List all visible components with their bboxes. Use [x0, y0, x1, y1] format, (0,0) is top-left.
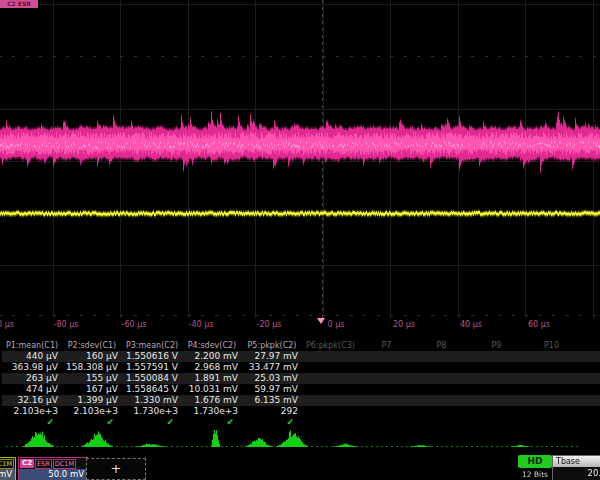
measure-cell	[359, 395, 414, 406]
c2-volts-per-div: 50.0 mV	[19, 469, 87, 480]
measure-cell	[302, 406, 359, 417]
measure-cell: 155 µV	[62, 373, 122, 384]
param-header[interactable]: P2:sdev(C1)	[62, 340, 122, 351]
param-status-check-icon	[469, 417, 524, 428]
measure-cell	[302, 395, 359, 406]
measure-cell	[302, 384, 359, 395]
active-trace-tab[interactable]: C2 ESR	[0, 0, 38, 8]
measure-cell: 1.557591 V	[122, 362, 182, 373]
measure-cell	[524, 395, 579, 406]
param-status-check-icon: ✔	[242, 417, 302, 428]
timebase-value: 20.0 µs	[553, 467, 600, 480]
param-header[interactable]: P10	[524, 340, 579, 351]
param-status-check-icon	[302, 417, 359, 428]
measure-cell: 1.550084 V	[122, 373, 182, 384]
measure-cell: 167 µV	[62, 384, 122, 395]
time-axis-tick: -40 µs	[189, 320, 214, 329]
measure-cell	[469, 395, 524, 406]
channel-c1-descriptor[interactable]: DC1M 20.0 mV	[0, 457, 16, 480]
measure-cell	[524, 384, 579, 395]
add-trace-button[interactable]: +	[86, 458, 146, 480]
measure-cell: 2.200 mV	[182, 351, 242, 362]
measure-cell	[414, 406, 469, 417]
measure-cell: 1.399 µV	[62, 395, 122, 406]
time-axis-tick: 0 µs	[328, 320, 345, 329]
time-axis-tick: -80 µs	[54, 320, 79, 329]
param-header[interactable]: P8	[414, 340, 469, 351]
measure-cell	[524, 362, 579, 373]
param-status-check-icon: ✔	[182, 417, 242, 428]
param-header[interactable]: P1:mean(C1)	[2, 340, 62, 351]
trigger-time-marker-icon[interactable]	[317, 318, 325, 324]
measure-cell	[469, 373, 524, 384]
measure-cell: 33.477 mV	[242, 362, 302, 373]
param-status-check-icon: ✔	[122, 417, 182, 428]
measure-cell: 2.103e+3	[2, 406, 62, 417]
descriptor-bar: DC1M 20.0 mV C2 ESR DC1M 50.0 mV + HD 12…	[0, 455, 600, 480]
measure-cell	[469, 362, 524, 373]
measure-cell	[469, 351, 524, 362]
param-status-check-icon	[414, 417, 469, 428]
hd-mode-badge[interactable]: HD	[518, 455, 552, 468]
param-status-check-icon: ✔	[2, 417, 62, 428]
measure-cell: 440 µV	[2, 351, 62, 362]
c2-channel-chip: C2	[20, 459, 34, 468]
measure-cell	[469, 384, 524, 395]
param-header[interactable]: P6:pkpk(C3)	[302, 340, 359, 351]
measure-cell: 1.891 mV	[182, 373, 242, 384]
measure-cell: 2.968 mV	[182, 362, 242, 373]
measure-cell: 1.676 mV	[182, 395, 242, 406]
measure-cell: 59.97 mV	[242, 384, 302, 395]
param-header[interactable]: P7	[359, 340, 414, 351]
param-header[interactable]: P5:pkpk(C2)	[242, 340, 302, 351]
measure-cell: 363.98 µV	[2, 362, 62, 373]
measure-row-value: 440 µV160 µV1.550616 V2.200 mV27.97 mV	[2, 351, 600, 362]
measure-row-sdev: 32.16 µV1.399 µV1.330 mV1.676 mV6.135 mV	[2, 395, 600, 406]
measure-cell	[414, 351, 469, 362]
time-axis-tick: -60 µs	[122, 320, 147, 329]
time-axis-tick: -100 µs	[0, 320, 14, 329]
param-header[interactable]: P9	[469, 340, 524, 351]
measure-cell	[359, 351, 414, 362]
param-header[interactable]: P4:sdev(C2)	[182, 340, 242, 351]
measure-cell	[302, 351, 359, 362]
measure-cell: 27.97 mV	[242, 351, 302, 362]
measure-cell: 1.730e+3	[182, 406, 242, 417]
measure-cell	[359, 384, 414, 395]
oscilloscope-screen: C2 ESR -100 µs-80 µs-60 µs-40 µs-20 µs0 …	[0, 0, 600, 480]
waveform-grid[interactable]	[0, 0, 600, 318]
measure-cell	[359, 362, 414, 373]
channel-c2-descriptor[interactable]: C2 ESR DC1M 50.0 mV	[18, 457, 88, 480]
measure-cell: 25.03 mV	[242, 373, 302, 384]
c2-esr-badge: ESR	[35, 459, 52, 469]
hd-bits-label: 12 Bits	[518, 470, 552, 479]
measure-cell: 6.135 mV	[242, 395, 302, 406]
measure-cell	[359, 406, 414, 417]
timebase-descriptor[interactable]: Tbase 20.0 µs	[552, 455, 600, 480]
measure-table: P1:mean(C1)P2:sdev(C1)P3:mean(C2)P4:sdev…	[2, 340, 600, 428]
measure-cell: 474 µV	[2, 384, 62, 395]
measure-histicons	[0, 430, 600, 457]
measure-row-max: 474 µV167 µV1.558645 V10.031 mV59.97 mV	[2, 384, 600, 395]
measure-cell: 292	[242, 406, 302, 417]
measure-cell	[414, 384, 469, 395]
measure-cell	[469, 406, 524, 417]
c2-coupling-badge: DC1M	[53, 459, 76, 469]
time-axis-tick: 60 µs	[528, 320, 550, 329]
measure-row-min: 263 µV155 µV1.550084 V1.891 mV25.03 mV	[2, 373, 600, 384]
measure-cell	[524, 406, 579, 417]
measure-cell: 160 µV	[62, 351, 122, 362]
measure-cell	[414, 362, 469, 373]
param-header[interactable]: P3:mean(C2)	[122, 340, 182, 351]
measure-cell: 1.730e+3	[122, 406, 182, 417]
measure-cell: 1.550616 V	[122, 351, 182, 362]
time-axis-tick: -20 µs	[257, 320, 282, 329]
param-status-check-icon	[359, 417, 414, 428]
measure-cell: 32.16 µV	[2, 395, 62, 406]
measure-row-status: ✔✔✔✔✔	[2, 417, 600, 428]
measure-cell	[302, 373, 359, 384]
measure-cell: 10.031 mV	[182, 384, 242, 395]
time-axis-tick: 20 µs	[393, 320, 415, 329]
measure-cell: 2.103e+3	[62, 406, 122, 417]
measure-cell: 158.308 µV	[62, 362, 122, 373]
